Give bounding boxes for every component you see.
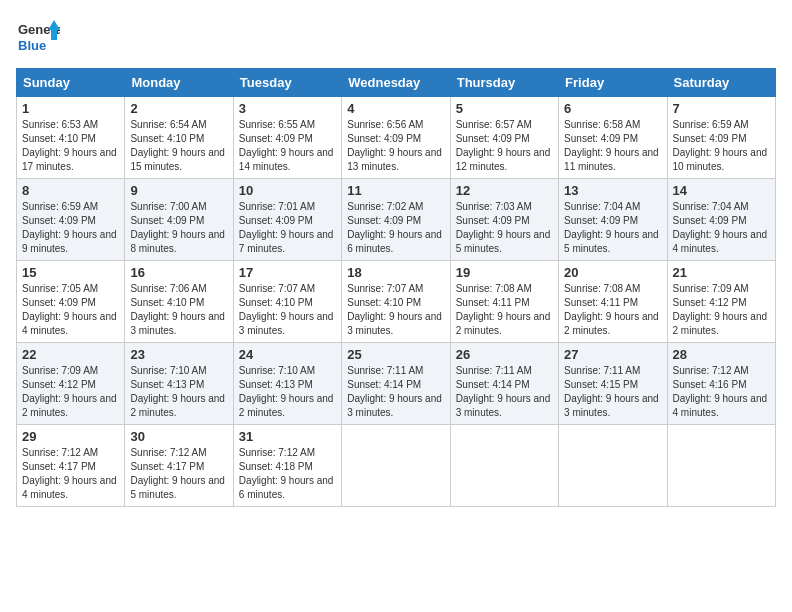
day-cell-19: 19Sunrise: 7:08 AMSunset: 4:11 PMDayligh… [450,261,558,343]
day-info: Sunrise: 7:04 AMSunset: 4:09 PMDaylight:… [564,201,659,254]
day-header-saturday: Saturday [667,69,775,97]
header: General Blue [16,16,776,60]
day-cell-2: 2Sunrise: 6:54 AMSunset: 4:10 PMDaylight… [125,97,233,179]
day-cell-4: 4Sunrise: 6:56 AMSunset: 4:09 PMDaylight… [342,97,450,179]
day-cell-28: 28Sunrise: 7:12 AMSunset: 4:16 PMDayligh… [667,343,775,425]
day-info: Sunrise: 7:06 AMSunset: 4:10 PMDaylight:… [130,283,225,336]
day-number: 14 [673,183,770,198]
day-cell-11: 11Sunrise: 7:02 AMSunset: 4:09 PMDayligh… [342,179,450,261]
day-number: 30 [130,429,227,444]
day-info: Sunrise: 7:11 AMSunset: 4:14 PMDaylight:… [347,365,442,418]
empty-cell [559,425,667,507]
day-cell-15: 15Sunrise: 7:05 AMSunset: 4:09 PMDayligh… [17,261,125,343]
day-header-thursday: Thursday [450,69,558,97]
day-number: 24 [239,347,336,362]
day-cell-17: 17Sunrise: 7:07 AMSunset: 4:10 PMDayligh… [233,261,341,343]
day-number: 4 [347,101,444,116]
day-cell-25: 25Sunrise: 7:11 AMSunset: 4:14 PMDayligh… [342,343,450,425]
day-number: 31 [239,429,336,444]
calendar-table: SundayMondayTuesdayWednesdayThursdayFrid… [16,68,776,507]
logo-svg: General Blue [16,16,60,60]
day-number: 13 [564,183,661,198]
week-row-3: 15Sunrise: 7:05 AMSunset: 4:09 PMDayligh… [17,261,776,343]
day-number: 15 [22,265,119,280]
day-number: 11 [347,183,444,198]
day-cell-12: 12Sunrise: 7:03 AMSunset: 4:09 PMDayligh… [450,179,558,261]
day-header-tuesday: Tuesday [233,69,341,97]
day-number: 10 [239,183,336,198]
day-number: 25 [347,347,444,362]
week-row-5: 29Sunrise: 7:12 AMSunset: 4:17 PMDayligh… [17,425,776,507]
day-number: 3 [239,101,336,116]
day-number: 5 [456,101,553,116]
day-cell-23: 23Sunrise: 7:10 AMSunset: 4:13 PMDayligh… [125,343,233,425]
day-number: 28 [673,347,770,362]
day-info: Sunrise: 7:07 AMSunset: 4:10 PMDaylight:… [347,283,442,336]
day-cell-31: 31Sunrise: 7:12 AMSunset: 4:18 PMDayligh… [233,425,341,507]
day-number: 18 [347,265,444,280]
day-info: Sunrise: 7:12 AMSunset: 4:16 PMDaylight:… [673,365,768,418]
day-info: Sunrise: 7:10 AMSunset: 4:13 PMDaylight:… [239,365,334,418]
header-row: SundayMondayTuesdayWednesdayThursdayFrid… [17,69,776,97]
day-info: Sunrise: 7:12 AMSunset: 4:18 PMDaylight:… [239,447,334,500]
day-cell-30: 30Sunrise: 7:12 AMSunset: 4:17 PMDayligh… [125,425,233,507]
day-number: 12 [456,183,553,198]
empty-cell [342,425,450,507]
day-info: Sunrise: 6:57 AMSunset: 4:09 PMDaylight:… [456,119,551,172]
day-info: Sunrise: 7:12 AMSunset: 4:17 PMDaylight:… [22,447,117,500]
week-row-2: 8Sunrise: 6:59 AMSunset: 4:09 PMDaylight… [17,179,776,261]
day-cell-13: 13Sunrise: 7:04 AMSunset: 4:09 PMDayligh… [559,179,667,261]
day-info: Sunrise: 6:53 AMSunset: 4:10 PMDaylight:… [22,119,117,172]
day-cell-14: 14Sunrise: 7:04 AMSunset: 4:09 PMDayligh… [667,179,775,261]
day-info: Sunrise: 7:00 AMSunset: 4:09 PMDaylight:… [130,201,225,254]
day-header-friday: Friday [559,69,667,97]
day-info: Sunrise: 7:12 AMSunset: 4:17 PMDaylight:… [130,447,225,500]
day-number: 1 [22,101,119,116]
day-number: 20 [564,265,661,280]
day-cell-9: 9Sunrise: 7:00 AMSunset: 4:09 PMDaylight… [125,179,233,261]
day-header-wednesday: Wednesday [342,69,450,97]
day-number: 23 [130,347,227,362]
day-info: Sunrise: 6:59 AMSunset: 4:09 PMDaylight:… [22,201,117,254]
day-number: 26 [456,347,553,362]
day-header-monday: Monday [125,69,233,97]
day-number: 22 [22,347,119,362]
day-info: Sunrise: 7:11 AMSunset: 4:15 PMDaylight:… [564,365,659,418]
day-cell-24: 24Sunrise: 7:10 AMSunset: 4:13 PMDayligh… [233,343,341,425]
week-row-4: 22Sunrise: 7:09 AMSunset: 4:12 PMDayligh… [17,343,776,425]
day-cell-18: 18Sunrise: 7:07 AMSunset: 4:10 PMDayligh… [342,261,450,343]
day-info: Sunrise: 7:01 AMSunset: 4:09 PMDaylight:… [239,201,334,254]
day-cell-20: 20Sunrise: 7:08 AMSunset: 4:11 PMDayligh… [559,261,667,343]
day-info: Sunrise: 6:59 AMSunset: 4:09 PMDaylight:… [673,119,768,172]
day-info: Sunrise: 7:02 AMSunset: 4:09 PMDaylight:… [347,201,442,254]
day-cell-5: 5Sunrise: 6:57 AMSunset: 4:09 PMDaylight… [450,97,558,179]
day-number: 17 [239,265,336,280]
day-info: Sunrise: 7:03 AMSunset: 4:09 PMDaylight:… [456,201,551,254]
day-number: 21 [673,265,770,280]
day-info: Sunrise: 7:10 AMSunset: 4:13 PMDaylight:… [130,365,225,418]
day-info: Sunrise: 7:09 AMSunset: 4:12 PMDaylight:… [673,283,768,336]
day-info: Sunrise: 7:08 AMSunset: 4:11 PMDaylight:… [564,283,659,336]
day-info: Sunrise: 6:56 AMSunset: 4:09 PMDaylight:… [347,119,442,172]
day-cell-26: 26Sunrise: 7:11 AMSunset: 4:14 PMDayligh… [450,343,558,425]
day-info: Sunrise: 7:05 AMSunset: 4:09 PMDaylight:… [22,283,117,336]
day-number: 16 [130,265,227,280]
day-info: Sunrise: 7:09 AMSunset: 4:12 PMDaylight:… [22,365,117,418]
empty-cell [450,425,558,507]
day-cell-27: 27Sunrise: 7:11 AMSunset: 4:15 PMDayligh… [559,343,667,425]
day-number: 19 [456,265,553,280]
day-info: Sunrise: 7:04 AMSunset: 4:09 PMDaylight:… [673,201,768,254]
week-row-1: 1Sunrise: 6:53 AMSunset: 4:10 PMDaylight… [17,97,776,179]
day-cell-6: 6Sunrise: 6:58 AMSunset: 4:09 PMDaylight… [559,97,667,179]
day-cell-8: 8Sunrise: 6:59 AMSunset: 4:09 PMDaylight… [17,179,125,261]
day-cell-16: 16Sunrise: 7:06 AMSunset: 4:10 PMDayligh… [125,261,233,343]
day-number: 2 [130,101,227,116]
day-cell-29: 29Sunrise: 7:12 AMSunset: 4:17 PMDayligh… [17,425,125,507]
day-info: Sunrise: 7:07 AMSunset: 4:10 PMDaylight:… [239,283,334,336]
svg-text:Blue: Blue [18,38,46,53]
day-cell-22: 22Sunrise: 7:09 AMSunset: 4:12 PMDayligh… [17,343,125,425]
day-number: 9 [130,183,227,198]
day-cell-7: 7Sunrise: 6:59 AMSunset: 4:09 PMDaylight… [667,97,775,179]
day-header-sunday: Sunday [17,69,125,97]
empty-cell [667,425,775,507]
